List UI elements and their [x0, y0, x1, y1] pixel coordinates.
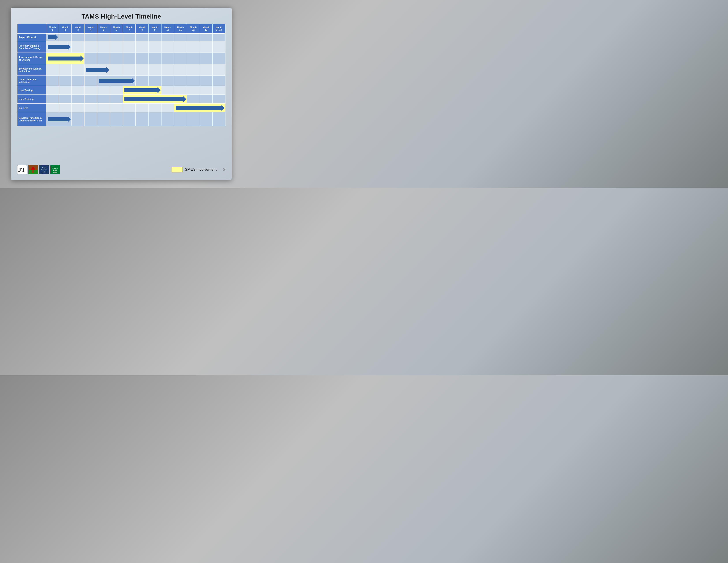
month-8-header: Month8: [136, 24, 148, 34]
data-m8: [136, 76, 148, 86]
row-testing: User Testing: [17, 86, 225, 95]
transition-m9: [148, 112, 161, 126]
task-column-header: [17, 24, 46, 34]
testing-m13: [200, 86, 212, 95]
testing-m14: [212, 86, 225, 95]
transition-m7: [123, 112, 136, 126]
legend: SME's involvement 2: [172, 167, 225, 172]
kickoff-m12: [187, 34, 200, 41]
arrow-body: [86, 68, 106, 72]
row-planning: Project Planning & Core Team Training: [17, 41, 225, 53]
assessment-m13: [200, 53, 212, 64]
software-m6: [110, 64, 123, 76]
arrow-head: [158, 87, 161, 93]
planning-m9: [148, 41, 161, 53]
svg-text:JT: JT: [18, 166, 25, 173]
kickoff-m4: [84, 34, 97, 41]
data-m14: [212, 76, 225, 86]
planning-arrow: [47, 44, 71, 50]
planning-arrow-cell: [46, 41, 72, 53]
training-m1: [46, 95, 59, 103]
transition-m4: [84, 112, 97, 126]
training-m6: [110, 95, 123, 103]
data-arrow-cell: [97, 76, 136, 86]
page-number: 2: [223, 167, 225, 172]
transition-m8: [136, 112, 148, 126]
logo-group: JT Oregon Department of Agricu: [17, 165, 60, 174]
arrow-head: [68, 116, 71, 122]
training-m13: [200, 95, 212, 103]
assessment-m6: [110, 53, 123, 64]
kickoff-m3: [72, 34, 84, 41]
row-golive: Go -Live: [17, 103, 225, 112]
golive-m6: [110, 103, 123, 112]
data-m4: [84, 76, 97, 86]
svg-text:DEQ: DEQ: [53, 169, 57, 171]
data-m11: [174, 76, 187, 86]
planning-m12: [187, 41, 200, 53]
assessment-m7: [123, 53, 136, 64]
data-m2: [59, 76, 72, 86]
kickoff-m14: [212, 34, 225, 41]
footer: JT Oregon Department of Agricu: [17, 164, 225, 175]
software-arrow: [85, 67, 109, 73]
task-software-label: Software Installation, Validation: [17, 64, 46, 76]
software-m11: [174, 64, 187, 76]
assessment-m9: [148, 53, 161, 64]
assessment-m11: [174, 53, 187, 64]
kickoff-m2: [59, 34, 72, 41]
transition-m13: [200, 112, 212, 126]
arrow-head: [183, 96, 186, 102]
logo-farm: [28, 165, 38, 174]
month-13-header: Month13: [200, 24, 212, 34]
arrow-body: [124, 97, 183, 101]
training-m14: [212, 95, 225, 103]
arrow-head: [106, 67, 109, 73]
gantt-chart: Month1 Month2 Month3 Month4 Month5 Month…: [17, 24, 225, 160]
assessment-arrow-cell: [46, 53, 84, 64]
kickoff-m9: [148, 34, 161, 41]
data-m10: [161, 76, 174, 86]
transition-m12: [187, 112, 200, 126]
golive-m4: [84, 103, 97, 112]
golive-m9: [148, 103, 161, 112]
golive-m5: [97, 103, 110, 112]
svg-rect-6: [32, 170, 34, 173]
task-training-label: User Training: [17, 95, 46, 103]
software-m13: [200, 64, 212, 76]
training-arrow: [124, 96, 186, 102]
arrow-head: [132, 78, 135, 84]
arrow-body: [48, 117, 68, 121]
legend-label: SME's involvement: [185, 167, 217, 172]
software-m9: [148, 64, 161, 76]
software-m3: [72, 64, 84, 76]
transition-arrow-cell: [46, 112, 72, 126]
kickoff-arrow: [47, 34, 58, 40]
planning-m14: [212, 41, 225, 53]
month-1-header: Month1: [46, 24, 59, 34]
transition-m10: [161, 112, 174, 126]
task-assessment-label: Assessment & Design of System: [17, 53, 46, 64]
task-golive-label: Go -Live: [17, 103, 46, 112]
month-14-18-header: Month14-18: [212, 24, 225, 34]
arrow-head: [55, 34, 58, 40]
golive-m8: [136, 103, 148, 112]
data-m3: [72, 76, 84, 86]
assessment-m8: [136, 53, 148, 64]
testing-m10: [161, 86, 174, 95]
arrow-head: [81, 55, 84, 62]
training-m4: [84, 95, 97, 103]
arrow-body: [48, 35, 55, 39]
training-arrow-cell: [123, 95, 187, 103]
testing-m1: [46, 86, 59, 95]
planning-m4: [84, 41, 97, 53]
logo-deq: State of DEQ Oregon: [50, 165, 60, 174]
kickoff-m7: [123, 34, 136, 41]
software-m10: [161, 64, 174, 76]
month-12-header: Month12: [187, 24, 200, 34]
row-training: User Training: [17, 95, 225, 103]
data-m13: [200, 76, 212, 86]
month-10-header: Month10: [161, 24, 174, 34]
planning-m8: [136, 41, 148, 53]
transition-m6: [110, 112, 123, 126]
